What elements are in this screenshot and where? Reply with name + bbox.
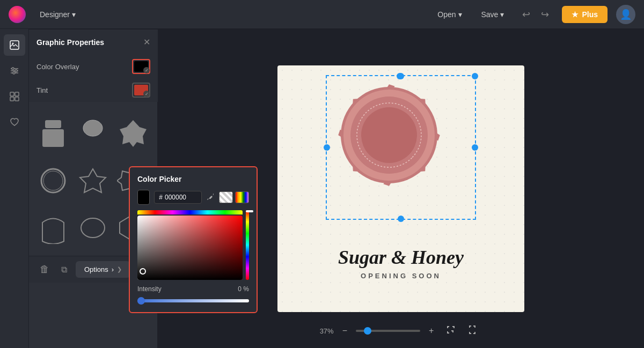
sidebar-item-grid[interactable] [4,86,25,107]
svg-point-18 [43,171,63,190]
fullscreen-icon [447,325,455,334]
handle-middle-right [472,144,478,151]
close-graphic-properties-button[interactable]: ✕ [143,37,150,47]
options-button[interactable]: Options › ❯ [76,261,130,278]
app-name-label: Designer [40,10,70,19]
list-item[interactable] [35,159,71,202]
redo-button[interactable]: ↪ [537,6,553,23]
hue-thumb [246,210,253,212]
open-label: Open [437,10,456,19]
color-spectrum[interactable] [137,216,243,280]
svg-rect-9 [15,92,19,96]
icon-sidebar [0,29,29,348]
topbar: Designer ▾ Open ▾ Save ▾ ↩ ↪ ★ Plus 👤 [0,0,644,29]
svg-point-7 [13,72,15,74]
color-picker-title: Color Picker [137,175,249,183]
svg-point-5 [12,68,14,70]
fullscreen-button[interactable] [442,322,459,339]
expand-icon: ❯ [117,266,122,273]
app-name-caret: ▾ [72,10,76,19]
sidebar-item-images[interactable] [4,34,25,56]
canvas-badge-subtitle: OPENING SOON [277,272,524,280]
app-logo [9,6,26,23]
color-presets [219,191,249,203]
tint-check: ✓ [143,91,150,97]
tint-label: Tint [36,86,48,94]
list-item[interactable] [75,206,111,249]
handle-bottom-center [398,216,404,222]
zoom-out-button[interactable]: − [339,324,350,338]
svg-rect-11 [15,97,19,101]
canvas-background[interactable]: Sugar & Honey OPENING SOON [277,65,524,312]
hex-input-wrapper: # [154,191,202,204]
undo-redo-group: ↩ ↪ [518,6,553,23]
save-label: Save [481,10,499,19]
canvas-text-area: Sugar & Honey OPENING SOON [277,246,524,280]
heart-icon [9,117,20,128]
expand-button[interactable] [465,322,482,339]
color-overlay-check: ✓ [143,67,150,73]
undo-button[interactable]: ↩ [518,6,535,23]
intensity-slider[interactable] [137,299,249,302]
app-name-button[interactable]: Designer ▾ [34,7,81,22]
badge-outer-ring [317,65,462,207]
intensity-label-row: Intensity 0 % [137,285,249,293]
plus-star-icon: ★ [572,10,579,19]
graphic-properties-panel: Graphic Properties ✕ Color Overlay ✓ Tin… [29,29,158,102]
eyedropper-icon [206,192,215,201]
plus-label: Plus [582,10,598,19]
hue-gradient-row [137,210,243,214]
filter-icon [9,65,20,76]
list-item[interactable] [75,112,111,155]
color-preview-swatch[interactable] [137,190,150,205]
grid-icon [9,91,20,102]
svg-rect-13 [45,120,61,128]
list-item[interactable] [35,112,71,155]
graphic-properties-title: Graphic Properties [36,38,104,47]
save-caret: ▾ [500,10,504,19]
intensity-value: 0 % [238,285,249,293]
svg-rect-14 [42,129,64,147]
graphic-properties-header: Graphic Properties ✕ [29,29,158,55]
svg-rect-10 [10,97,14,101]
zoom-level-label: 37% [320,327,334,335]
rainbow-preset[interactable] [235,191,249,203]
sidebar-item-favorites[interactable] [4,112,25,133]
zoom-in-button[interactable]: + [426,324,437,338]
options-caret-icon: › [112,265,114,273]
zoom-slider[interactable] [356,330,420,332]
list-item[interactable] [115,112,151,155]
intensity-label: Intensity [137,285,162,293]
avatar[interactable]: 👤 [616,5,635,24]
save-button[interactable]: Save ▾ [476,7,510,22]
color-overlay-label: Color Overlay [36,63,79,71]
hex-prefix: # [159,194,163,201]
color-overlay-swatch[interactable]: ✓ [132,59,150,74]
list-item[interactable] [35,206,71,249]
canvas-controls: 37% − + [320,322,482,339]
svg-point-19 [81,218,105,238]
badge-graphic [305,65,472,219]
badge-graphic-container [305,65,472,219]
color-picker-controls-row: # [137,190,249,205]
hue-bar[interactable] [246,210,249,280]
expand-icon [469,325,478,334]
tint-row: Tint ✓ [29,78,158,102]
image-icon [9,40,20,50]
copy-button[interactable]: ⧉ [58,262,70,278]
list-item[interactable] [75,159,111,202]
hex-input[interactable] [165,194,197,201]
options-label: Options [84,265,108,273]
svg-point-1 [12,43,13,45]
sidebar-item-filters[interactable] [4,60,25,82]
color-overlay-row: Color Overlay ✓ [29,55,158,78]
delete-button[interactable]: 🗑 [36,261,53,278]
spectrum-container [137,210,243,280]
open-button[interactable]: Open ▾ [432,7,467,22]
color-picker-popup: Color Picker # [129,166,258,313]
eyedropper-button[interactable] [206,192,215,203]
color-spectrum-wrapper [137,210,249,280]
transparent-preset[interactable] [219,191,233,203]
plus-button[interactable]: ★ Plus [562,6,608,23]
tint-swatch[interactable]: ✓ [132,83,150,98]
